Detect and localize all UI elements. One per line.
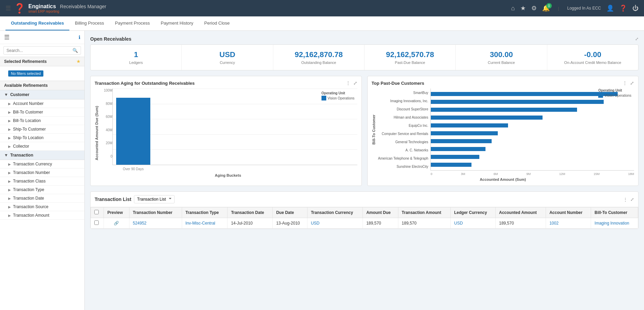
row-account-number[interactable]: 1002 (546, 218, 591, 229)
tab-period-close[interactable]: Period Close (199, 16, 235, 30)
row-due-date: 13-Aug-2010 (273, 218, 307, 229)
available-refinements-label: Available Refinements (4, 83, 48, 88)
row-transaction-number[interactable]: 524952 (129, 218, 182, 229)
notification-badge: 0 (546, 3, 552, 9)
row-transaction-currency[interactable]: USD (307, 218, 362, 229)
row-transaction-type[interactable]: Inv-Misc-Central (182, 218, 227, 229)
app-name: Receivables Manager (60, 4, 106, 9)
aging-y-axis: 100M 80M 60M 40M 20M 0 (99, 89, 112, 165)
transaction-arrow: ▼ (4, 153, 8, 158)
top-customers-y-title: Bill-To Customer (372, 89, 376, 171)
refinement-account-number[interactable]: ▶ Account Number (0, 99, 84, 108)
kpi-current-balance: 300.00 Current Balance (456, 45, 547, 70)
col-ledger-currency: Ledger Currency (451, 207, 495, 218)
col-preview: Preview (104, 207, 129, 218)
top-customers-legend: Operating Unit Vision Operations (598, 89, 631, 98)
tab-outstanding-receivables[interactable]: Outstanding Receivables (5, 16, 69, 30)
customer-group: ▼ Customer ▶ Account Number ▶ Bill-To Cu… (0, 90, 84, 151)
row-select-checkbox[interactable] (94, 220, 99, 225)
kpi-currency: USD Currency (182, 45, 273, 70)
bar-over-90[interactable]: Over 90 Days (116, 98, 150, 165)
aging-expand-icon[interactable]: ⤢ (353, 80, 357, 86)
aging-chart-panel: Transaction Aging for Outstanding Receiv… (90, 76, 362, 186)
transaction-list-menu-icon[interactable]: ⋮ (623, 197, 628, 202)
bill-to-location-arrow: ▶ (8, 119, 11, 123)
row-accounted-amount: 189,570 (495, 218, 546, 229)
kpi-current-value: 300.00 (458, 50, 544, 59)
transaction-list-panel: Transaction List Transaction List ⋮ ⤢ Pr… (90, 191, 639, 229)
col-bill-to-customer: Bill-To Customer (591, 207, 638, 218)
row-amount-due: 189,570 (363, 218, 398, 229)
hbar-discount[interactable] (431, 107, 634, 112)
row-ledger-currency[interactable]: USD (451, 218, 495, 229)
hbar-acnetworks[interactable] (431, 147, 634, 151)
hbar-hilman[interactable] (431, 115, 634, 120)
refinement-transaction-date[interactable]: ▶ Transaction Date (0, 194, 84, 203)
refinement-transaction-currency[interactable]: ▶ Transaction Currency (0, 160, 84, 169)
top-customers-chart-panel: Top Past-Due Customers ⋮ ⤢ Bill-To Custo… (367, 76, 639, 186)
row-preview[interactable]: 🔗 (104, 218, 129, 229)
available-refinements-header: Available Refinements (0, 81, 84, 90)
row-bill-to-customer[interactable]: Imaging Innovation (591, 218, 638, 229)
tab-payment-history[interactable]: Payment History (155, 16, 198, 30)
top-customers-expand-icon[interactable]: ⤢ (630, 80, 634, 86)
selected-refinements-header: Selected Refinements ★ (0, 57, 84, 66)
refinement-ship-to-location[interactable]: ▶ Ship-To Location (0, 134, 84, 142)
home-icon[interactable]: ⌂ (511, 5, 515, 12)
sidebar-search-box[interactable]: 🔍 (3, 46, 81, 55)
hamburger-menu[interactable]: ☰ (5, 4, 11, 12)
hbar-general[interactable] (431, 139, 634, 144)
kpi-past-due: 92,162,570.78 Past-Due Balance (365, 45, 456, 70)
refinement-transaction-source[interactable]: ▶ Transaction Source (0, 203, 84, 211)
hbar-sunshine[interactable] (431, 162, 634, 167)
refinement-ship-to-customer[interactable]: ▶ Ship-To Customer (0, 125, 84, 134)
col-transaction-number: Transaction Number (129, 207, 182, 218)
kpi-outstanding-label: Outstanding Balance (276, 60, 361, 65)
refinement-transaction-class[interactable]: ▶ Transaction Class (0, 177, 84, 186)
expand-open-receivables[interactable]: ⤢ (635, 37, 639, 41)
refinement-transaction-number[interactable]: ▶ Transaction Number (0, 169, 84, 177)
favorite-icon[interactable]: ★ (77, 59, 80, 64)
notification-icon[interactable]: 🔔 0 (542, 4, 550, 12)
transaction-group-header[interactable]: ▼ Transaction (0, 151, 84, 160)
top-customers-y-labels: SmartBuy Imaging Innovations, Inc. Disco… (376, 89, 430, 171)
kpi-currency-label: Currency (184, 60, 270, 65)
help-icon[interactable]: ❓ (619, 4, 627, 12)
transaction-list-dropdown[interactable]: Transaction List (134, 195, 175, 203)
refinement-collector[interactable]: ▶ Collector (0, 142, 84, 151)
customer-group-header[interactable]: ▼ Customer (0, 90, 84, 99)
search-input[interactable] (6, 48, 72, 53)
transaction-currency-arrow: ▶ (8, 162, 11, 166)
table-header-row: Preview Transaction Number Transaction T… (91, 207, 638, 218)
hbar-att[interactable] (431, 154, 634, 159)
nav-icons: ⌂ ★ ⚙ 🔔 0 | Logged In As ECC 👤 ❓ ⏻ (511, 4, 639, 12)
refinement-transaction-amount[interactable]: ▶ Transaction Amount (0, 211, 84, 220)
aging-chart-layout: Accounted Amount Due (Sum) 100M 80M 60M … (95, 89, 357, 177)
hbar-computer[interactable] (431, 131, 634, 136)
col-amount-due: Amount Due (363, 207, 398, 218)
refinement-transaction-type[interactable]: ▶ Transaction Type (0, 186, 84, 194)
col-due-date: Due Date (273, 207, 307, 218)
tab-billing-process[interactable]: Billing Process (69, 16, 109, 30)
aging-menu-icon[interactable]: ⋮ (346, 80, 351, 86)
refinement-bill-to-location[interactable]: ▶ Bill-To Location (0, 117, 84, 125)
star-icon[interactable]: ★ (520, 4, 526, 12)
user-info: Logged In As ECC (567, 6, 601, 11)
hbar-imaging[interactable] (431, 99, 634, 104)
tab-payment-process[interactable]: Payment Process (110, 16, 155, 30)
aging-chart-title: Transaction Aging for Outstanding Receiv… (95, 81, 195, 86)
col-checkbox[interactable] (91, 207, 104, 218)
hbar-equipco[interactable] (431, 123, 634, 128)
row-checkbox[interactable] (91, 218, 104, 229)
power-icon[interactable]: ⏻ (632, 5, 639, 12)
settings-icon[interactable]: ⚙ (531, 4, 537, 12)
transaction-list-expand-icon[interactable]: ⤢ (630, 197, 634, 202)
refinement-bill-to-customer[interactable]: ▶ Bill-To Customer (0, 108, 84, 117)
top-customers-menu-icon[interactable]: ⋮ (622, 80, 627, 86)
open-receivables-title: Open Receivables (90, 36, 132, 42)
select-all-checkbox[interactable] (94, 210, 99, 214)
sidebar-info-icon[interactable]: ℹ (79, 35, 80, 40)
sidebar-hamburger[interactable]: ☰ (4, 33, 10, 41)
user-icon[interactable]: 👤 (606, 4, 614, 12)
collector-arrow: ▶ (8, 145, 11, 148)
